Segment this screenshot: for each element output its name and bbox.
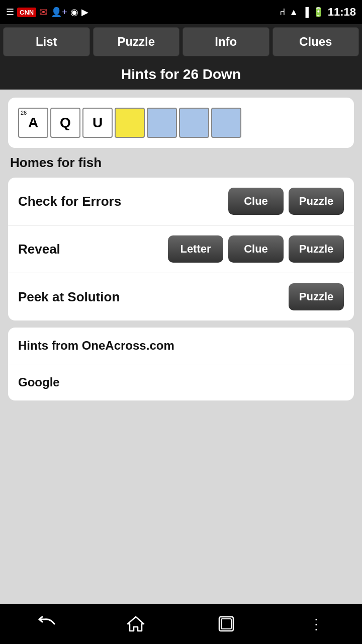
signal-icon: ▐ xyxy=(302,7,309,18)
reveal-clue-button[interactable]: Clue xyxy=(228,235,284,263)
notification-icon-5: ◉ xyxy=(70,7,78,18)
links-card: Hints from OneAcross.com Google xyxy=(8,328,354,400)
reveal-row: Reveal Letter Clue Puzzle xyxy=(8,225,354,273)
tab-list[interactable]: List xyxy=(3,27,90,56)
reveal-letter-button[interactable]: Letter xyxy=(168,235,223,263)
tile-letter: A xyxy=(28,115,38,131)
notification-icon-1: ☰ xyxy=(6,7,14,18)
home-button[interactable] xyxy=(121,609,151,639)
notification-icon-2: CNN xyxy=(17,8,36,17)
nav-tabs: List Puzzle Info Clues xyxy=(0,24,362,59)
reveal-puzzle-button[interactable]: Puzzle xyxy=(289,235,344,263)
tile-blue-1 xyxy=(147,108,177,138)
clue-text: Homes for fish xyxy=(8,155,354,171)
battery-icon: 🔋 xyxy=(313,7,324,18)
word-tile-container: 26 A Q U xyxy=(8,98,354,148)
google-link[interactable]: Google xyxy=(8,364,354,400)
main-content: 26 A Q U Homes for fish Check for Errors… xyxy=(0,90,362,604)
tab-info[interactable]: Info xyxy=(183,27,269,56)
check-errors-label: Check for Errors xyxy=(18,194,228,209)
status-time: 11:18 xyxy=(328,6,356,19)
peek-row: Peek at Solution Puzzle xyxy=(8,273,354,320)
svg-rect-2 xyxy=(221,619,231,629)
wifi-icon: ▲ xyxy=(289,7,298,18)
tile-A: 26 A xyxy=(18,108,48,138)
notification-icon-3: ✉ xyxy=(39,6,48,18)
notification-icon-6: ▶ xyxy=(81,7,88,18)
tab-clues[interactable]: Clues xyxy=(273,27,359,56)
tile-letter: U xyxy=(93,115,103,131)
check-errors-puzzle-button[interactable]: Puzzle xyxy=(289,188,344,215)
check-errors-row: Check for Errors Clue Puzzle xyxy=(8,178,354,225)
reveal-buttons: Letter Clue Puzzle xyxy=(168,235,344,263)
recent-apps-button[interactable] xyxy=(211,609,241,639)
bluetooth-icon: ⑁ xyxy=(280,7,285,18)
more-options-button[interactable]: ⋮ xyxy=(302,609,332,639)
status-bar: ☰ CNN ✉ 👤+ ◉ ▶ ⑁ ▲ ▐ 🔋 11:18 xyxy=(0,0,362,24)
bottom-nav: ⋮ xyxy=(0,604,362,644)
svg-marker-0 xyxy=(128,617,144,631)
tile-Q: Q xyxy=(50,108,80,138)
hints-card: Check for Errors Clue Puzzle Reveal Lett… xyxy=(8,178,354,320)
check-errors-clue-button[interactable]: Clue xyxy=(228,188,284,215)
tile-letter: Q xyxy=(60,115,71,131)
peek-label: Peek at Solution xyxy=(18,289,289,305)
tile-U: U xyxy=(82,108,113,138)
peek-buttons: Puzzle xyxy=(289,283,344,310)
status-icons-right: ⑁ ▲ ▐ 🔋 11:18 xyxy=(280,6,356,19)
page-title: Hints for 26 Down xyxy=(121,66,241,83)
oneacross-link[interactable]: Hints from OneAcross.com xyxy=(8,328,354,364)
tile-yellow xyxy=(115,108,145,138)
back-button[interactable] xyxy=(30,609,60,639)
tile-row: 26 A Q U xyxy=(18,108,241,138)
check-errors-buttons: Clue Puzzle xyxy=(228,188,344,215)
tile-blue-2 xyxy=(179,108,209,138)
tile-blue-3 xyxy=(211,108,241,138)
header-bar: Hints for 26 Down xyxy=(0,59,362,90)
notification-icon-4: 👤+ xyxy=(51,7,67,18)
peek-puzzle-button[interactable]: Puzzle xyxy=(289,283,344,310)
tab-puzzle[interactable]: Puzzle xyxy=(93,27,180,56)
status-icons-left: ☰ CNN ✉ 👤+ ◉ ▶ xyxy=(6,6,88,18)
reveal-label: Reveal xyxy=(18,242,168,257)
tile-number: 26 xyxy=(21,110,27,116)
